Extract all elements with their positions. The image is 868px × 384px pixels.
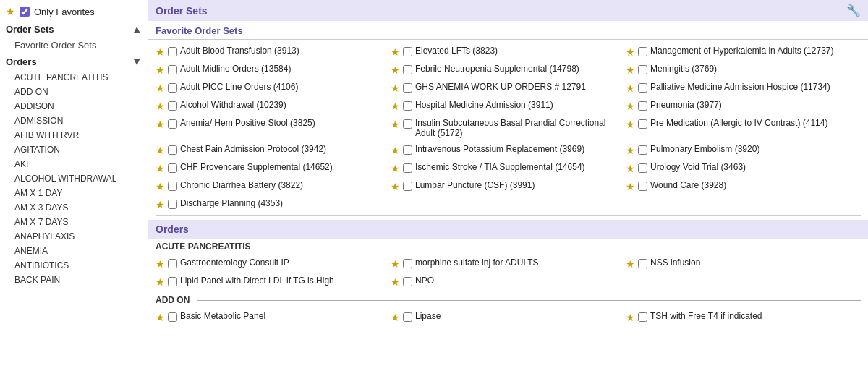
order-checkbox[interactable]	[168, 182, 177, 191]
star-icon[interactable]: ★	[391, 119, 400, 130]
sidebar-item-am-x-3-days[interactable]: AM X 3 DAYS	[0, 200, 148, 215]
order-checkbox[interactable]	[403, 277, 412, 286]
order-checkbox[interactable]	[638, 145, 647, 155]
order-checkbox[interactable]	[403, 145, 412, 155]
sidebar-item-agitation[interactable]: AGITATION	[0, 142, 148, 157]
star-icon[interactable]: ★	[391, 82, 400, 94]
sidebar-item-add-on[interactable]: ADD ON	[0, 85, 148, 99]
main-content: Order Sets 🔧 Favorite Order Sets ★Adult …	[148, 0, 868, 384]
order-checkbox[interactable]	[638, 83, 647, 93]
star-icon[interactable]: ★	[626, 119, 635, 130]
favorite-order-item: ★Insulin Subcutaneous Basal Prandial Cor…	[391, 115, 626, 141]
star-icon[interactable]: ★	[156, 119, 165, 130]
order-label: Urology Void Trial (3463)	[650, 162, 746, 172]
star-icon[interactable]: ★	[626, 181, 635, 192]
star-icon[interactable]: ★	[626, 46, 635, 58]
star-icon[interactable]: ★	[626, 258, 635, 270]
sidebar-item-aki[interactable]: AKI	[0, 157, 148, 171]
star-icon[interactable]: ★	[626, 82, 635, 94]
order-checkbox[interactable]	[168, 259, 177, 268]
sidebar-item-admission[interactable]: ADMISSION	[0, 114, 148, 128]
order-checkbox[interactable]	[638, 259, 647, 268]
star-icon[interactable]: ★	[391, 181, 400, 192]
order-checkbox[interactable]	[638, 65, 647, 74]
sidebar-item-afib-with-rvr[interactable]: AFIB WITH RVR	[0, 128, 148, 142]
only-favorites-checkbox[interactable]	[20, 7, 30, 17]
order-label: Gastroenterology Consult IP	[180, 257, 289, 268]
star-icon[interactable]: ★	[391, 163, 400, 174]
star-icon[interactable]: ★	[391, 64, 400, 76]
order-checkbox[interactable]	[168, 65, 177, 74]
star-icon[interactable]: ★	[391, 101, 400, 112]
star-icon[interactable]: ★	[391, 312, 400, 323]
star-icon[interactable]: ★	[156, 163, 165, 174]
sidebar-item-anemia[interactable]: ANEMIA	[0, 244, 148, 258]
star-icon[interactable]: ★	[156, 312, 165, 323]
order-checkbox[interactable]	[638, 47, 647, 56]
favorite-order-item: ★Anemia/ Hem Positive Stool (3825)	[156, 115, 391, 141]
order-checkbox[interactable]	[403, 119, 412, 129]
order-checkbox[interactable]	[403, 101, 412, 111]
star-icon[interactable]: ★	[391, 46, 400, 58]
orders-collapse-icon[interactable]: ▼	[132, 56, 142, 67]
star-icon[interactable]: ★	[156, 258, 165, 270]
star-icon[interactable]: ★	[156, 101, 165, 112]
order-checkbox[interactable]	[168, 101, 177, 111]
star-icon[interactable]: ★	[156, 276, 165, 288]
order-checkbox[interactable]	[638, 312, 647, 322]
star-icon[interactable]: ★	[156, 199, 165, 210]
order-checkbox[interactable]	[168, 200, 177, 209]
star-icon[interactable]: ★	[626, 312, 635, 323]
order-checkbox[interactable]	[403, 163, 412, 173]
star-icon[interactable]: ★	[156, 181, 165, 192]
order-checkbox[interactable]	[403, 83, 412, 93]
star-icon[interactable]: ★	[391, 276, 400, 288]
star-icon[interactable]: ★	[156, 82, 165, 94]
star-icon[interactable]: ★	[626, 64, 635, 76]
order-checkbox[interactable]	[403, 259, 412, 268]
orders-title: Orders	[156, 223, 189, 235]
collapse-icon[interactable]: ▲	[132, 23, 142, 35]
star-icon[interactable]: ★	[626, 163, 635, 174]
star-icon[interactable]: ★	[391, 145, 400, 156]
order-checkbox[interactable]	[168, 47, 177, 56]
sidebar-item-am-x-1-day[interactable]: AM X 1 DAY	[0, 186, 148, 200]
order-checkbox[interactable]	[403, 312, 412, 322]
star-icon[interactable]: ★	[156, 64, 165, 76]
star-icon[interactable]: ★	[626, 145, 635, 156]
order-checkbox[interactable]	[168, 163, 177, 173]
order-checkbox[interactable]	[168, 312, 177, 322]
order-checkbox[interactable]	[403, 65, 412, 74]
order-checkbox[interactable]	[638, 101, 647, 111]
sidebar-item-favorite-order-sets[interactable]: Favorite Order Sets	[0, 38, 148, 53]
order-checkbox[interactable]	[638, 182, 647, 191]
order-checkbox[interactable]	[168, 119, 177, 129]
order-checkbox[interactable]	[403, 182, 412, 191]
favorite-order-item: ★Adult Midline Orders (13584)	[156, 61, 391, 79]
wrench-icon[interactable]: 🔧	[846, 4, 861, 17]
order-checkbox[interactable]	[403, 47, 412, 56]
sidebar-item-addison[interactable]: ADDISON	[0, 99, 148, 114]
sidebar-item-am-x-7-days[interactable]: AM X 7 DAYS	[0, 215, 148, 229]
sidebar-item-back-pain[interactable]: BACK PAIN	[0, 273, 148, 287]
star-icon[interactable]: ★	[391, 258, 400, 270]
order-checkbox[interactable]	[168, 145, 177, 155]
only-favorites-label[interactable]: Only Favorites	[34, 7, 95, 17]
orders-section[interactable]: Orders ▼	[0, 53, 148, 70]
order-label: Hospital Medicine Admission (3911)	[415, 100, 553, 110]
sidebar-item-acute-pancreatitis[interactable]: ACUTE PANCREATITIS	[0, 70, 148, 85]
sidebar-item-alcohol-withdrawal[interactable]: ALCOHOL WITHDRAWAL	[0, 171, 148, 186]
star-icon[interactable]: ★	[156, 145, 165, 156]
order-checkbox[interactable]	[168, 83, 177, 93]
sidebar-item-anaphylaxis[interactable]: ANAPHYLAXIS	[0, 229, 148, 244]
sidebar-item-antibiotics[interactable]: ANTIBIOTICS	[0, 258, 148, 273]
order-label: Management of Hyperkalemia in Adults (12…	[650, 46, 833, 56]
order-item: ★TSH with Free T4 if indicated	[626, 308, 861, 326]
star-icon[interactable]: ★	[156, 46, 165, 58]
star-icon[interactable]: ★	[626, 101, 635, 112]
order-checkbox[interactable]	[638, 119, 647, 129]
order-sets-section[interactable]: Order Sets ▲	[0, 20, 148, 38]
order-checkbox[interactable]	[638, 163, 647, 173]
order-checkbox[interactable]	[168, 277, 177, 286]
star-icon: ★	[6, 6, 15, 17]
